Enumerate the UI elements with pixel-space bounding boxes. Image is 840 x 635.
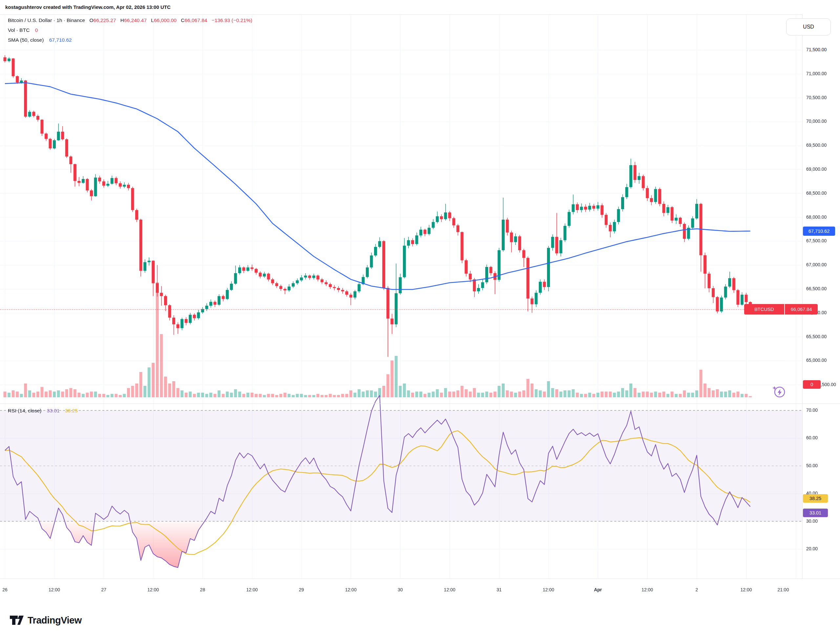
high-label: H <box>120 17 124 23</box>
volume-label[interactable]: Vol · BTC <box>8 27 30 33</box>
time-axis[interactable]: 2612:002712:002812:002912:003012:003112:… <box>0 587 802 597</box>
price-axis-tick: 68,000.00 <box>806 214 827 220</box>
flash-order-button[interactable] <box>771 383 787 399</box>
rsi-axis-tick: 70.00 <box>806 407 818 413</box>
rsi-label[interactable]: RSI (14, close) <box>8 408 42 413</box>
time-axis-tick: 12:00 <box>44 587 65 592</box>
price-axis-tick: 70,500.00 <box>806 95 827 100</box>
price-axis-tick: 66,500.00 <box>806 286 827 291</box>
time-axis-tick: 12:00 <box>736 587 757 592</box>
sma-legend-row[interactable]: SMA (50, close) 67,710.62 <box>8 35 72 45</box>
symbol-legend-row[interactable]: Bitcoin / U.S. Dollar · 1h · Binance O66… <box>8 16 252 25</box>
tradingview-logo[interactable]: TradingView <box>9 614 82 626</box>
time-axis-tick: 28 <box>192 587 213 592</box>
rsi-axis-tick: 60.00 <box>806 435 818 440</box>
tradingview-chart-page: kostagushterov created with TradingView.… <box>0 0 840 635</box>
time-axis-separator <box>0 578 840 579</box>
pane-separator[interactable] <box>0 404 840 404</box>
symbol-title[interactable]: Bitcoin / U.S. Dollar · 1h · Binance <box>8 17 85 23</box>
price-axis-tick: 67,500.00 <box>806 238 827 243</box>
price-axis-tick: 65,500.00 <box>806 334 827 339</box>
tradingview-logo-text: TradingView <box>28 615 82 626</box>
close-label: C <box>181 17 185 23</box>
price-axis-tick: 68,500.00 <box>806 190 827 196</box>
time-axis-tick: 2 <box>686 587 707 592</box>
low-value: 66,000.00 <box>154 17 177 23</box>
time-axis-tick: 27 <box>93 587 114 592</box>
sma-price-chip: 67,710.62 <box>803 226 835 236</box>
time-axis-tick: 31 <box>489 587 510 592</box>
time-axis-tick: 30 <box>390 587 411 592</box>
sma-value: 67,710.62 <box>49 37 72 43</box>
price-axis-tick: 69,000.00 <box>806 166 827 172</box>
volume-value: 0 <box>35 27 38 33</box>
open-value: 66,225.27 <box>93 17 116 23</box>
volume-legend-row[interactable]: Vol · BTC 0 <box>8 25 38 35</box>
volume-zero-chip: 0 <box>803 380 821 389</box>
symbol-chip: BTCUSD <box>744 304 785 315</box>
close-value: 66,067.84 <box>185 17 207 23</box>
rsi-axis-tick: 30.00 <box>806 518 818 524</box>
rsi-ma-value: 38.25 <box>65 408 78 413</box>
price-axis-tick: 71,000.00 <box>806 71 827 76</box>
price-axis-tick: 65,000.00 <box>806 358 827 363</box>
time-axis-tick: 29 <box>291 587 312 592</box>
time-axis-tick: 12:00 <box>143 587 164 592</box>
time-axis-tick: Apr <box>587 587 608 592</box>
price-axis-tick: 69,500.00 <box>806 143 827 148</box>
time-axis-tick: 12:00 <box>637 587 658 592</box>
price-axis-tick: 71,500.00 <box>806 47 827 52</box>
low-label: L <box>151 17 154 23</box>
time-axis-tick: 12:00 <box>340 587 361 592</box>
rsi-legend-row[interactable]: RSI (14, close) 33.01 38.25 <box>8 406 78 416</box>
rsi-value-chip: 33.01 <box>803 508 828 517</box>
tradingview-logo-icon <box>9 614 24 626</box>
time-axis-tick: 26 <box>0 587 16 592</box>
sma-label[interactable]: SMA (50, close) <box>8 37 44 43</box>
chart-canvas[interactable] <box>0 0 802 591</box>
high-value: 66,240.47 <box>124 17 147 23</box>
time-axis-tick: 12:00 <box>439 587 460 592</box>
last-price-chip: 66,067.84 <box>785 304 818 315</box>
time-axis-tick: 21:00 <box>773 587 794 592</box>
last-price-row: BTCUSD 66,067.84 <box>744 304 818 315</box>
time-axis-tick: 12:00 <box>538 587 559 592</box>
price-axis-tick: 70,000.00 <box>806 119 827 124</box>
rsi-value: 33.01 <box>47 408 60 413</box>
volume-zero-axis-row: 0 ,500.00 <box>803 380 836 389</box>
rsi-axis-tick: 50.00 <box>806 463 818 468</box>
change-value: −136.93 (−0.21%) <box>212 17 252 23</box>
price-tick-partial: ,500.00 <box>821 382 836 387</box>
currency-toggle-button[interactable]: USD <box>786 18 831 35</box>
time-axis-tick: 12:00 <box>242 587 262 592</box>
rsi-ma-chip: 38.25 <box>803 494 828 503</box>
open-label: O <box>90 17 93 23</box>
lightning-icon <box>771 383 787 399</box>
rsi-axis-tick: 20.00 <box>806 546 818 551</box>
price-axis-tick: 67,000.00 <box>806 262 827 267</box>
